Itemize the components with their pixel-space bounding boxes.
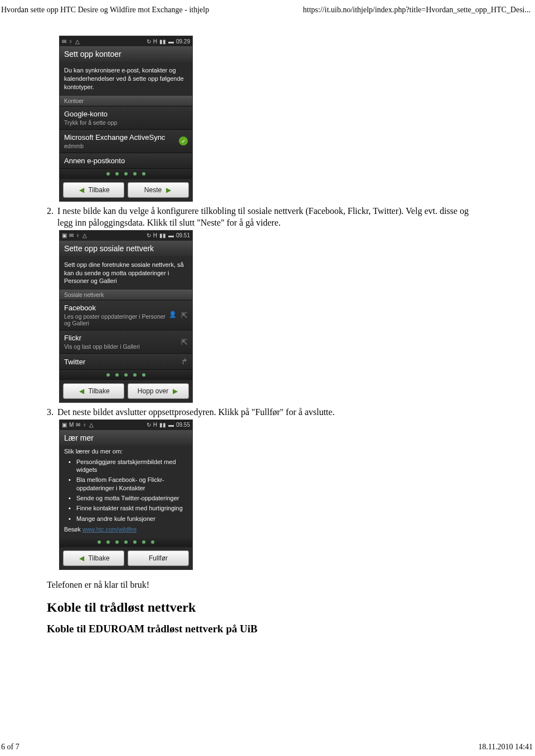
page-header: Hvordan sette opp HTC Desire og Wildfire…	[0, 0, 535, 19]
signal-icon: ▮▮	[159, 38, 166, 45]
learn-item: Mange andre kule funksjoner	[71, 514, 188, 524]
back-label: Tilbake	[88, 387, 109, 395]
arrow-right-icon: ▶	[171, 387, 179, 395]
phone-screenshot-1: ✉ ♀ △ ↻ H ▮▮ ▬ 09.29 Sett opp kontoer Du…	[59, 36, 193, 202]
sync-indicator-icon: ↻	[147, 422, 151, 428]
page-footer: 6 of 7 18.11.2010 14:41	[1, 743, 533, 752]
account-exchange[interactable]: Microsoft Exchange ActiveSync edmmb ✓	[60, 130, 192, 153]
account-sub: edmmb	[64, 143, 179, 149]
print-timestamp: 18.11.2010 14:41	[478, 743, 533, 752]
arrow-left-icon: ◀	[77, 554, 85, 562]
status-bar: ✉ ♀ △ ↻ H ▮▮ ▬ 09.29	[60, 36, 192, 46]
battery-icon: ▬	[168, 38, 174, 45]
subsection-heading-eduroam: Koble til EDUROAM trådløst nettverk på U…	[47, 623, 479, 635]
mail-icon: ✉	[76, 422, 80, 428]
network-icon: H	[153, 38, 157, 45]
status-time: 09.29	[176, 38, 190, 45]
learn-item: Sende og motta Twitter-oppdateringer	[71, 493, 188, 503]
home-icon: ▣	[62, 422, 67, 428]
account-title: Twitter	[64, 358, 181, 366]
phone-subtitle: Sett opp dine foretrukne sosiale nettver…	[60, 256, 192, 290]
page-dots	[60, 370, 192, 380]
account-twitter[interactable]: Twitter ↱	[60, 354, 192, 370]
person-icon: 👤	[169, 311, 178, 320]
warning-icon: △	[89, 422, 94, 428]
chat-icon: M	[69, 422, 74, 428]
learn-intro: Slik lærer du mer om:	[64, 448, 188, 455]
visit-link[interactable]: www.htc.com/wildfire	[82, 526, 137, 533]
status-time: 09.55	[176, 422, 190, 428]
arrow-expand-icon: ⇱	[181, 338, 188, 347]
status-bar: ▣ ✉ ♀ △ ↻ H ▮▮ ▬ 09.51	[60, 231, 192, 241]
header-url: https://it.uib.no/ithjelp/index.php?titl…	[303, 6, 531, 14]
step-3: 3. Det neste bildet avslutter oppsettpro…	[47, 406, 479, 418]
conclusion-text: Telefonen er nå klar til bruk!	[47, 580, 479, 590]
page-number: 6 of 7	[1, 743, 20, 752]
skip-label: Hopp over	[138, 387, 168, 395]
network-icon: H	[153, 422, 157, 428]
account-flickr[interactable]: Flickr Vis og last opp bilder i Galleri …	[60, 330, 192, 354]
mail-icon: ✉	[69, 232, 74, 238]
visit-label: Besøk	[64, 526, 81, 533]
arrow-left-icon: ◀	[77, 387, 85, 395]
status-time: 09.51	[176, 232, 190, 238]
step-text: Det neste bildet avslutter oppsettprosed…	[57, 406, 334, 418]
learn-item: Bla mellom Facebook- og Flickr-oppdateri…	[71, 475, 188, 493]
page-dots	[60, 537, 192, 547]
step-2: 2. I neste bilde kan du velge å konfigur…	[47, 205, 479, 229]
account-title: Microsoft Exchange ActiveSync	[64, 133, 179, 142]
phone-screenshot-3: ▣ M ✉ ♀ △ ↻ H ▮▮ ▬ 09.55 Lær mer Slik læ…	[59, 420, 193, 570]
status-bar: ▣ M ✉ ♀ △ ↻ H ▮▮ ▬ 09.55	[60, 420, 192, 430]
battery-icon: ▬	[168, 422, 174, 428]
warning-icon: △	[82, 232, 87, 238]
arrow-expand-icon: ↱	[181, 357, 188, 366]
account-sub: Vis og last opp bilder i Galleri	[64, 343, 181, 350]
account-title: Flickr	[64, 334, 181, 342]
step-number: 3.	[47, 406, 55, 418]
learn-item: Personliggjøre startskjermbildet med wid…	[71, 457, 188, 475]
header-title: Hvordan sette opp HTC Desire og Wildfire…	[1, 6, 209, 14]
account-title: Google-konto	[64, 110, 188, 118]
sync-icon: ♀	[69, 38, 73, 45]
phone-subtitle: Du kan synkronisere e-post, kontakter og…	[60, 62, 192, 96]
finish-button[interactable]: Fullfør	[128, 550, 189, 566]
next-button[interactable]: Neste ▶	[128, 182, 189, 198]
signal-icon: ▮▮	[159, 422, 166, 428]
phone-title: Sette opp sosiale nettverk	[60, 241, 192, 256]
back-label: Tilbake	[88, 554, 109, 562]
account-google[interactable]: Google-konto Trykk for å sette opp	[60, 106, 192, 130]
arrow-left-icon: ◀	[77, 186, 85, 194]
page-dots	[60, 169, 192, 179]
signal-icon: ▮▮	[159, 232, 166, 238]
finish-label: Fullfør	[149, 554, 168, 562]
sync-indicator-icon: ↻	[147, 38, 151, 45]
skip-button[interactable]: Hopp over ▶	[128, 383, 189, 399]
account-title: Facebook	[64, 304, 169, 312]
section-label: Kontoer	[60, 96, 192, 106]
phone-title: Sett opp kontoer	[60, 46, 192, 62]
back-button[interactable]: ◀ Tilbake	[63, 550, 124, 566]
learn-more-list: Slik lærer du mer om: Personliggjøre sta…	[60, 446, 192, 537]
phone-screenshot-2: ▣ ✉ ♀ △ ↻ H ▮▮ ▬ 09.51 Sette opp sosiale…	[59, 230, 193, 403]
home-icon: ▣	[62, 232, 67, 238]
step-text: I neste bilde kan du velge å konfigurere…	[57, 205, 479, 229]
section-heading-wifi: Koble til trådløst nettverk	[47, 600, 479, 615]
sync-icon: ♀	[82, 422, 87, 428]
phone-title: Lær mer	[60, 430, 192, 446]
section-label: Sosiale nettverk	[60, 290, 192, 300]
arrow-right-icon: ▶	[164, 186, 172, 194]
sync-indicator-icon: ↻	[147, 232, 151, 238]
back-label: Tilbake	[88, 186, 109, 194]
next-label: Neste	[144, 186, 162, 194]
account-facebook[interactable]: Facebook Les og poster oppdateringer i P…	[60, 300, 192, 330]
account-title: Annen e-postkonto	[64, 157, 188, 165]
account-other-email[interactable]: Annen e-postkonto	[60, 153, 192, 169]
account-sub: Trykk for å sette opp	[64, 119, 188, 126]
sync-icon: ♀	[76, 232, 80, 238]
back-button[interactable]: ◀ Tilbake	[63, 383, 124, 399]
main-content: ✉ ♀ △ ↻ H ▮▮ ▬ 09.29 Sett opp kontoer Du…	[0, 19, 479, 635]
step-number: 2.	[47, 205, 55, 229]
network-icon: H	[153, 232, 157, 238]
back-button[interactable]: ◀ Tilbake	[63, 182, 124, 198]
arrow-expand-icon: ⇱	[181, 311, 188, 320]
